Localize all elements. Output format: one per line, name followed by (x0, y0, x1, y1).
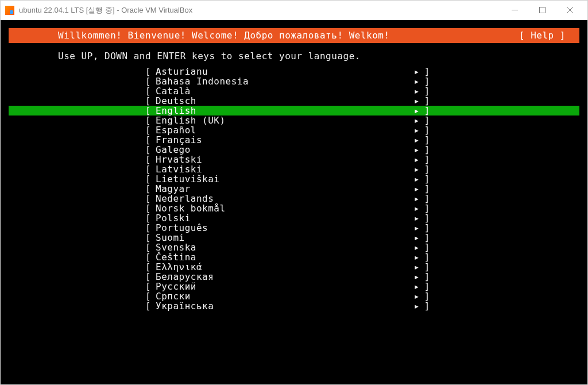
welcome-text: Willkommen! Bienvenue! Welcome! Добро по… (9, 30, 505, 41)
language-option[interactable]: [Lietuviškai▸] (9, 174, 579, 184)
language-label: Español (156, 125, 409, 136)
bracket-open: [ (145, 155, 156, 165)
language-option[interactable]: [Polski▸] (9, 213, 579, 223)
instruction-text: Use UP, DOWN and ENTER keys to select yo… (9, 43, 579, 67)
bracket-close: ] (420, 252, 430, 263)
maximize-icon (539, 7, 546, 13)
bracket-open: [ (145, 135, 156, 145)
language-option[interactable]: [Deutsch▸] (9, 96, 579, 106)
close-icon (567, 7, 573, 13)
chevron-right-icon: ▸ (409, 262, 420, 272)
language-option[interactable]: [Norsk bokmål▸] (9, 203, 579, 213)
bracket-open: [ (145, 164, 156, 175)
chevron-right-icon: ▸ (409, 301, 420, 311)
bracket-close: ] (420, 164, 430, 175)
bracket-close: ] (420, 96, 430, 106)
language-label: Norsk bokmål (156, 203, 409, 214)
language-label: Українська (156, 301, 409, 311)
chevron-right-icon: ▸ (409, 76, 420, 87)
language-option[interactable]: [Suomi▸] (9, 233, 579, 242)
language-option[interactable]: [Galego▸] (9, 145, 579, 155)
bracket-open: [ (145, 76, 156, 87)
bracket-close: ] (420, 106, 430, 116)
language-option[interactable]: [Bahasa Indonesia▸] (9, 76, 579, 86)
bracket-open: [ (145, 272, 156, 282)
language-label: Bahasa Indonesia (156, 76, 409, 87)
chevron-right-icon: ▸ (409, 282, 420, 292)
bracket-close: ] (420, 174, 430, 184)
chevron-right-icon: ▸ (409, 164, 420, 175)
bracket-open: [ (145, 116, 156, 126)
bracket-close: ] (420, 86, 430, 97)
bracket-open: [ (145, 223, 156, 233)
language-label: Nederlands (156, 194, 409, 204)
maximize-button[interactable] (529, 2, 555, 19)
bracket-close: ] (420, 301, 430, 311)
language-label: Polski (156, 213, 409, 224)
language-label: Беларуская (156, 272, 409, 282)
language-option[interactable]: [Magyar▸] (9, 184, 579, 194)
bracket-close: ] (420, 125, 430, 136)
language-option[interactable]: [Čeština▸] (9, 252, 579, 262)
bracket-open: [ (145, 125, 156, 136)
language-option[interactable]: [Català▸] (9, 86, 579, 96)
chevron-right-icon: ▸ (409, 252, 420, 263)
chevron-right-icon: ▸ (409, 174, 420, 184)
help-button[interactable]: [ Help ] (505, 30, 579, 41)
bracket-open: [ (145, 242, 156, 253)
language-label: Galego (156, 145, 409, 155)
language-option[interactable]: [Latviski▸] (9, 164, 579, 174)
language-list[interactable]: [Asturianu▸][Bahasa Indonesia▸][Català▸]… (9, 67, 579, 311)
language-option[interactable]: [Ελληνικά▸] (9, 262, 579, 272)
bracket-open: [ (145, 213, 156, 224)
language-option[interactable]: [Asturianu▸] (9, 67, 579, 76)
language-label: Français (156, 135, 409, 145)
minimize-button[interactable] (501, 2, 528, 19)
bracket-open: [ (145, 67, 156, 77)
chevron-right-icon: ▸ (409, 272, 420, 282)
minimize-icon (512, 7, 518, 13)
bracket-open: [ (145, 194, 156, 204)
language-option[interactable]: [Беларуская▸] (9, 272, 579, 282)
bracket-close: ] (420, 184, 430, 194)
chevron-right-icon: ▸ (409, 291, 420, 302)
bracket-close: ] (420, 76, 430, 87)
bracket-open: [ (145, 233, 156, 243)
language-option[interactable]: [Español▸] (9, 125, 579, 135)
language-option[interactable]: [Hrvatski▸] (9, 155, 579, 164)
chevron-right-icon: ▸ (409, 213, 420, 224)
language-label: English (UK) (156, 116, 409, 126)
language-option[interactable]: [Svenska▸] (9, 242, 579, 252)
language-option[interactable]: [English (UK)▸] (9, 116, 579, 125)
bracket-close: ] (420, 145, 430, 155)
bracket-close: ] (420, 155, 430, 165)
language-option[interactable]: [Українська▸] (9, 301, 579, 311)
close-button[interactable] (556, 2, 583, 19)
language-label: Čeština (156, 252, 409, 263)
virtualbox-window: ubuntu 22.04.1 LTS [실행 중] - Oracle VM Vi… (0, 0, 588, 385)
bracket-open: [ (145, 145, 156, 155)
language-option[interactable]: [Nederlands▸] (9, 194, 579, 203)
chevron-right-icon: ▸ (409, 155, 420, 165)
language-label: Latviski (156, 164, 409, 175)
chevron-right-icon: ▸ (409, 242, 420, 253)
chevron-right-icon: ▸ (409, 184, 420, 194)
chevron-right-icon: ▸ (409, 145, 420, 155)
bracket-close: ] (420, 233, 430, 243)
ubuntu-installer-screen[interactable]: Willkommen! Bienvenue! Welcome! Добро по… (9, 28, 579, 376)
language-option[interactable]: [Српски▸] (9, 291, 579, 301)
language-option[interactable]: [Русский▸] (9, 282, 579, 291)
window-title: ubuntu 22.04.1 LTS [실행 중] - Oracle VM Vi… (19, 5, 192, 16)
bracket-close: ] (420, 116, 430, 126)
language-option[interactable]: [Français▸] (9, 135, 579, 145)
language-label: Português (156, 223, 409, 233)
bracket-close: ] (420, 282, 430, 292)
bracket-close: ] (420, 194, 430, 204)
bracket-close: ] (420, 67, 430, 77)
chevron-right-icon: ▸ (409, 106, 420, 116)
virtualbox-icon (5, 6, 14, 15)
language-option[interactable]: [Português▸] (9, 223, 579, 233)
chevron-right-icon: ▸ (409, 86, 420, 97)
bracket-open: [ (145, 252, 156, 263)
language-option[interactable]: [English▸] (9, 106, 579, 116)
